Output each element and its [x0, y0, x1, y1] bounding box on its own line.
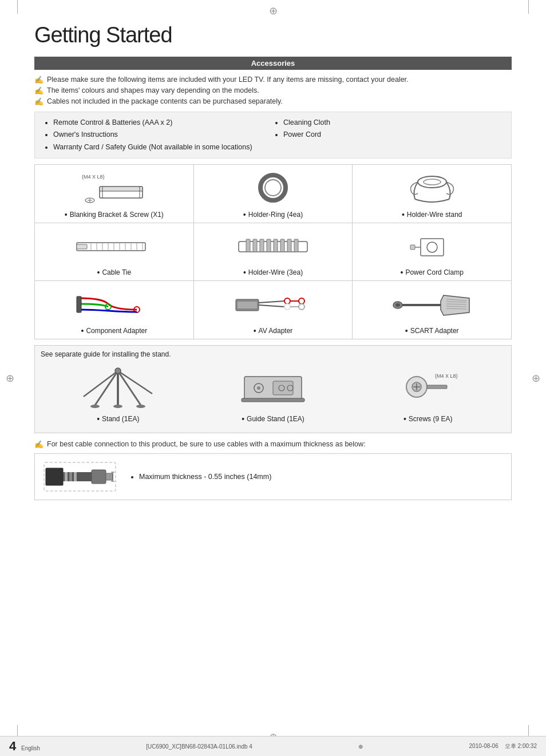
- svg-point-65: [257, 386, 260, 390]
- svg-rect-80: [69, 472, 72, 481]
- component-adapter-label: Component Adapter: [81, 326, 148, 335]
- acc-cell-holder-wire-stand: Holder-Wire stand: [353, 165, 511, 223]
- acc-cell-power-cord-clamp: Power Cord Clamp: [353, 223, 511, 280]
- guide-stand-image: [233, 365, 313, 411]
- note-line-2: ✍ The items' colours and shapes may vary…: [34, 86, 512, 95]
- holder-ring-image: [197, 171, 349, 208]
- svg-rect-26: [253, 239, 257, 252]
- svg-rect-28: [267, 239, 271, 252]
- svg-point-61: [136, 405, 145, 408]
- svg-rect-29: [274, 239, 278, 252]
- svg-point-49: [299, 304, 304, 310]
- section-header: Accessories: [34, 57, 512, 70]
- svg-point-9: [265, 180, 281, 196]
- svg-rect-41: [238, 302, 257, 308]
- holder-ring-label: Holder-Ring (4ea): [243, 210, 303, 219]
- scart-adapter-label: SCART Adapter: [405, 326, 459, 335]
- cable-tie-image: [38, 229, 190, 266]
- svg-rect-32: [294, 239, 298, 252]
- bullet-col-right: Cleaning Cloth Power Cord: [273, 117, 503, 153]
- svg-rect-79: [65, 472, 68, 481]
- stand-label: Stand (1EA): [97, 414, 139, 423]
- bullet-col-left: Remote Control & Batteries (AAA x 2) Own…: [43, 117, 273, 153]
- accessories-row-2: Cable Tie: [35, 223, 511, 281]
- av-adapter-label: AV Adapter: [254, 326, 293, 335]
- bottom-file-info: [UC6900_XC]BN68-02843A-01L06.indb 4: [146, 743, 252, 750]
- svg-point-62: [113, 405, 122, 408]
- cable-tie-label: Cable Tie: [97, 268, 132, 277]
- bottom-page-indicator: 4 English: [9, 739, 40, 754]
- svg-rect-74: [427, 385, 447, 389]
- svg-rect-13: [77, 244, 87, 249]
- svg-line-43: [259, 305, 284, 307]
- list-item: Remote Control & Batteries (AAA x 2): [53, 117, 273, 129]
- accessories-row-3: Component Adapter: [35, 281, 511, 339]
- svg-point-60: [90, 405, 100, 408]
- svg-rect-69: [242, 398, 304, 402]
- note-line-1: ✍ Please make sure the following items a…: [34, 76, 512, 84]
- svg-point-11: [424, 179, 441, 185]
- holder-wire-image: [197, 229, 349, 266]
- svg-rect-31: [287, 239, 291, 252]
- svg-rect-83: [106, 473, 113, 480]
- accessories-row-1: (M4 X L8) Blanking: [35, 165, 511, 223]
- stand-image: [72, 365, 164, 411]
- holder-wire-stand-label: Holder-Wire stand: [402, 210, 462, 219]
- list-item: Power Cord: [283, 129, 503, 141]
- holder-wire-stand-image: [356, 171, 508, 208]
- cable-thickness-diagram: [43, 460, 117, 494]
- svg-point-44: [284, 298, 290, 304]
- list-item: Cleaning Cloth: [283, 117, 503, 129]
- svg-marker-50: [441, 295, 469, 315]
- bottom-date-time: 2010-08-06 오후 2:00:32: [469, 742, 537, 750]
- cable-note-line: ✍ For best cable connection to this prod…: [34, 440, 512, 449]
- holder-wire-label: Holder-Wire (3ea): [243, 268, 303, 277]
- stand-cell-guide: Guide Stand (1EA): [196, 362, 351, 427]
- stand-note: See separate guide for installing the st…: [41, 350, 505, 358]
- stand-cell-stand: Stand (1EA): [41, 362, 196, 427]
- stand-section: See separate guide for installing the st…: [34, 345, 512, 433]
- svg-text:(M4 X L8): (M4 X L8): [435, 373, 458, 379]
- scart-adapter-image: [356, 287, 508, 324]
- svg-rect-66: [273, 381, 293, 395]
- svg-line-42: [259, 301, 284, 303]
- acc-cell-holder-wire: Holder-Wire (3ea): [194, 223, 353, 280]
- svg-text:(M4 X L8): (M4 X L8): [82, 174, 105, 180]
- note-icon-2: ✍: [34, 86, 43, 95]
- svg-rect-82: [92, 470, 106, 484]
- page-title: Getting Started: [34, 23, 512, 48]
- stand-cell-screws: (M4 X L8) Screws (9 EA): [350, 362, 505, 427]
- note-icon-3: ✍: [34, 97, 43, 106]
- svg-rect-81: [74, 472, 77, 481]
- included-items-list: Remote Control & Batteries (AAA x 2) Own…: [34, 112, 512, 159]
- svg-point-10: [418, 176, 446, 188]
- power-cord-clamp-label: Power Cord Clamp: [401, 268, 464, 277]
- acc-cell-blanking-bracket: (M4 X L8) Blanking: [35, 165, 194, 223]
- svg-rect-25: [246, 239, 250, 252]
- screws-image: (M4 X L8): [388, 365, 468, 411]
- svg-rect-39: [77, 296, 81, 312]
- guide-stand-label: Guide Stand (1EA): [242, 414, 304, 423]
- svg-rect-5: [100, 187, 143, 191]
- note-line-3: ✍ Cables not included in the package con…: [34, 97, 512, 106]
- svg-point-59: [115, 368, 121, 374]
- svg-rect-33: [421, 239, 444, 256]
- power-cord-clamp-image: [356, 229, 508, 266]
- blanking-bracket-label: Blanking Bracket & Screw (X1): [65, 210, 164, 219]
- cable-spec-box: Maximum thickness - 0.55 inches (14mm): [34, 453, 512, 500]
- screws-label: Screws (9 EA): [403, 414, 453, 423]
- svg-point-34: [427, 242, 437, 252]
- list-item: Warranty Card / Safety Guide (Not availa…: [53, 141, 273, 153]
- svg-rect-27: [260, 239, 264, 252]
- acc-cell-component-adapter: Component Adapter: [35, 281, 194, 339]
- cable-note-icon: ✍: [34, 440, 43, 449]
- acc-cell-av-adapter: AV Adapter: [194, 281, 353, 339]
- svg-rect-30: [280, 239, 284, 252]
- stand-items-row: Stand (1EA): [41, 362, 505, 427]
- svg-point-47: [284, 304, 290, 310]
- acc-cell-scart-adapter: SCART Adapter: [353, 281, 511, 339]
- list-item: Owner's Instructions: [53, 129, 273, 141]
- svg-point-46: [299, 298, 304, 304]
- svg-rect-77: [46, 468, 63, 485]
- acc-cell-cable-tie: Cable Tie: [35, 223, 194, 280]
